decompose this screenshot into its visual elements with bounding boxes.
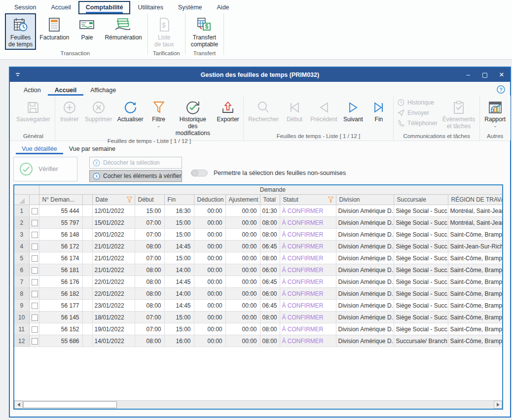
filter-funnel-icon[interactable] — [328, 196, 334, 203]
row-checkbox[interactable] — [32, 315, 38, 321]
scroll-right-button[interactable] — [494, 401, 502, 409]
supprimer-button[interactable]: Supprimer — [82, 98, 115, 124]
remuneration-button[interactable]: Rémunération — [101, 13, 145, 43]
menu-utilitaires[interactable]: Utilitaires — [130, 1, 170, 13]
row-checkbox-cell[interactable] — [29, 252, 39, 264]
row-checkbox-cell[interactable] — [29, 264, 39, 276]
cell-spacer — [82, 229, 92, 241]
sauvegarder-button[interactable]: Sauvegarder — [13, 98, 53, 124]
row-checkbox[interactable] — [32, 291, 38, 297]
header-numero[interactable]: N° Deman... — [39, 195, 82, 205]
table-row[interactable]: 1156 15219/01/202207:0015:0000:0000:0008… — [14, 323, 503, 335]
menu-comptabilite[interactable]: Comptabilité — [78, 1, 131, 14]
row-checkbox[interactable] — [32, 255, 38, 262]
table-row[interactable]: 856 18222/01/202208:0014:0000:0000:0006:… — [14, 288, 503, 300]
header-division[interactable]: Division — [336, 195, 394, 205]
scrollbar-thumb[interactable] — [23, 401, 117, 408]
table-row[interactable]: 155 44412/01/202215:0016:3000:0000:0001:… — [14, 205, 503, 217]
row-checkbox[interactable] — [32, 244, 38, 250]
tab-vue-par-semaine[interactable]: Vue par semaine — [63, 144, 121, 154]
row-checkbox-cell[interactable] — [29, 217, 39, 229]
table-row[interactable]: 756 17622/01/202208:0014:4500:0000:0006:… — [14, 276, 503, 288]
verifier-button[interactable]: Vérifier — [13, 157, 77, 181]
header-debut[interactable]: Début — [135, 195, 164, 205]
select-all-corner[interactable] — [14, 195, 29, 205]
scroll-left-button[interactable] — [14, 401, 23, 409]
tab-action[interactable]: Action — [17, 84, 48, 96]
minimize-button[interactable]: – — [460, 68, 476, 82]
historique-modifications-button[interactable]: Historique des modifications — [172, 98, 214, 138]
telephoner-button[interactable]: Téléphoner — [397, 119, 438, 127]
actualiser-button[interactable]: Actualiser — [114, 98, 146, 124]
header-deduction[interactable]: Déduction — [194, 195, 225, 205]
row-checkbox[interactable] — [32, 338, 38, 345]
inserer-button[interactable]: Insérer — [57, 98, 82, 124]
evenements-taches-button[interactable]: Évènements et tâches — [439, 98, 478, 131]
maximize-button[interactable]: ▢ — [476, 68, 493, 82]
row-checkbox-cell[interactable] — [29, 241, 39, 252]
menu-accueil[interactable]: Accueil — [43, 1, 78, 13]
header-region[interactable]: RÉGION DE TRAVAIL — [448, 195, 503, 205]
row-checkbox-cell[interactable] — [29, 205, 39, 217]
window-titlebar[interactable]: Gestion des feuilles de temps (PRIM032) … — [10, 68, 510, 82]
row-checkbox[interactable] — [32, 208, 38, 214]
decocher-selection-button[interactable]: Décocher la sélection — [89, 157, 182, 169]
rapport-button[interactable]: Rapport ⌄ — [481, 98, 509, 129]
row-checkbox-cell[interactable] — [29, 276, 39, 288]
row-checkbox-cell[interactable] — [29, 335, 39, 347]
table-row[interactable]: 556 17421/01/202207:0015:0000:0000:0008:… — [14, 252, 503, 264]
debut-button[interactable]: Début — [282, 98, 307, 124]
historique-button[interactable]: Historique — [397, 99, 438, 106]
header-statut[interactable]: Statut — [280, 195, 336, 205]
row-checkbox-cell[interactable] — [29, 288, 39, 300]
allow-unsubmitted-toggle[interactable] — [191, 170, 208, 176]
suivant-button[interactable]: Suivant — [340, 98, 366, 124]
row-checkbox-cell[interactable] — [29, 300, 39, 312]
row-checkbox-cell[interactable] — [29, 323, 39, 335]
toggle-knob — [191, 170, 198, 176]
menu-aide[interactable]: Aide — [210, 1, 237, 13]
exporter-button[interactable]: Exporter — [214, 98, 242, 124]
feuilles-de-temps-button[interactable]: Feuilles de temps — [5, 13, 36, 50]
filter-funnel-icon[interactable] — [126, 196, 133, 203]
filtre-button[interactable]: Filtre ⌄ — [146, 98, 172, 129]
liste-de-taux-button[interactable]: $ Liste de taux — [150, 13, 179, 50]
table-row[interactable]: 1255 68614/01/202208:0016:0000:0000:0008… — [14, 335, 503, 347]
row-checkbox[interactable] — [32, 232, 38, 238]
tab-affichage[interactable]: Affichage — [83, 84, 123, 96]
header-fin[interactable]: Fin — [164, 195, 194, 205]
cell-ajustement: 00:00 — [225, 252, 260, 264]
table-row[interactable]: 255 79715/01/202207:0015:0000:0000:0008:… — [14, 217, 503, 229]
envoyer-button[interactable]: Envoyer — [397, 109, 438, 117]
row-checkbox-cell[interactable] — [29, 229, 39, 241]
rechercher-button[interactable]: Rechercher — [245, 98, 282, 124]
row-checkbox[interactable] — [32, 279, 38, 285]
header-ajustement[interactable]: Ajustement — [225, 195, 260, 205]
table-row[interactable]: 356 14820/01/202207:0015:0000:0000:0008:… — [14, 229, 503, 241]
table-row[interactable]: 1056 14518/01/202207:0015:0000:0000:0008… — [14, 312, 503, 323]
table-row[interactable]: 656 18121/01/202208:0014:0000:0000:0006:… — [14, 264, 503, 276]
table-row[interactable]: 456 17221/01/202208:0014:4500:0000:0006:… — [14, 241, 503, 252]
help-icon[interactable]: ? — [497, 85, 505, 94]
row-checkbox-cell[interactable] — [29, 312, 39, 323]
menu-systeme[interactable]: Système — [171, 1, 210, 13]
header-date[interactable]: Date — [92, 195, 135, 205]
precedent-button[interactable]: Précédent — [307, 98, 340, 124]
horizontal-scrollbar[interactable] — [14, 400, 502, 409]
row-checkbox[interactable] — [32, 326, 38, 333]
row-checkbox[interactable] — [32, 303, 38, 309]
header-succursale[interactable]: Succursale — [394, 195, 448, 205]
close-button[interactable]: ✕ — [493, 68, 510, 82]
tab-accueil[interactable]: Accueil — [48, 84, 83, 96]
table-row[interactable]: 956 17723/01/202208:0014:4500:0000:0006:… — [14, 300, 503, 312]
row-checkbox[interactable] — [32, 267, 38, 274]
tab-vue-detaillee[interactable]: Vue détaillée — [16, 144, 63, 154]
cocher-elements-button[interactable]: Cocher les éléments à vérifier — [89, 170, 182, 182]
row-checkbox[interactable] — [32, 220, 38, 226]
menu-session[interactable]: Session — [7, 1, 43, 13]
paie-button[interactable]: Paie — [73, 13, 101, 43]
header-total[interactable]: Total — [260, 195, 280, 205]
facturation-button[interactable]: Facturation — [36, 13, 73, 43]
fin-button[interactable]: Fin — [366, 98, 392, 124]
transfert-comptable-button[interactable]: $ Transfert comptable — [187, 13, 221, 50]
